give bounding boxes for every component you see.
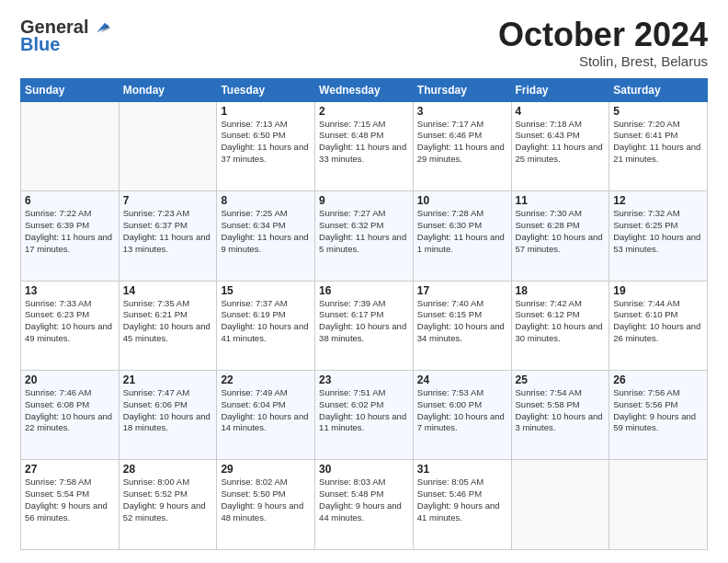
day-number: 27 xyxy=(25,463,115,476)
day-number: 8 xyxy=(221,194,311,207)
day-number: 24 xyxy=(417,373,507,386)
calendar-cell xyxy=(21,101,119,190)
day-info: Sunrise: 7:42 AMSunset: 6:12 PMDaylight:… xyxy=(516,298,606,345)
calendar-cell: 7Sunrise: 7:23 AMSunset: 6:37 PMDaylight… xyxy=(119,191,217,281)
day-number: 3 xyxy=(417,105,507,118)
calendar-cell xyxy=(609,460,708,550)
calendar-cell: 23Sunrise: 7:51 AMSunset: 6:02 PMDayligh… xyxy=(315,371,414,460)
col-thursday: Thursday xyxy=(413,78,511,101)
day-info: Sunrise: 8:05 AMSunset: 5:46 PMDaylight:… xyxy=(417,477,507,523)
day-info: Sunrise: 7:47 AMSunset: 6:06 PMDaylight:… xyxy=(123,387,213,434)
calendar-cell: 26Sunrise: 7:56 AMSunset: 5:56 PMDayligh… xyxy=(609,371,708,460)
day-info: Sunrise: 7:33 AMSunset: 6:23 PMDaylight:… xyxy=(25,298,115,345)
calendar-cell: 18Sunrise: 7:42 AMSunset: 6:12 PMDayligh… xyxy=(511,281,609,370)
day-number: 5 xyxy=(613,105,703,118)
day-number: 7 xyxy=(123,194,213,207)
day-number: 12 xyxy=(613,194,703,207)
day-number: 4 xyxy=(516,105,606,118)
month-title: October 2024 xyxy=(498,17,708,53)
day-number: 23 xyxy=(319,373,409,386)
calendar-cell: 27Sunrise: 7:58 AMSunset: 5:54 PMDayligh… xyxy=(21,460,119,550)
day-info: Sunrise: 7:37 AMSunset: 6:19 PMDaylight:… xyxy=(221,298,311,345)
calendar-cell: 12Sunrise: 7:32 AMSunset: 6:25 PMDayligh… xyxy=(609,191,708,281)
day-number: 17 xyxy=(417,284,507,297)
day-info: Sunrise: 7:25 AMSunset: 6:34 PMDaylight:… xyxy=(221,208,311,255)
calendar-cell: 24Sunrise: 7:53 AMSunset: 6:00 PMDayligh… xyxy=(413,371,511,460)
day-info: Sunrise: 7:32 AMSunset: 6:25 PMDaylight:… xyxy=(613,208,703,255)
calendar-cell: 3Sunrise: 7:17 AMSunset: 6:46 PMDaylight… xyxy=(413,101,511,190)
calendar-cell: 13Sunrise: 7:33 AMSunset: 6:23 PMDayligh… xyxy=(21,281,119,370)
day-info: Sunrise: 7:54 AMSunset: 5:58 PMDaylight:… xyxy=(516,387,606,434)
day-info: Sunrise: 7:13 AMSunset: 6:50 PMDaylight:… xyxy=(221,119,311,166)
day-number: 28 xyxy=(123,463,213,476)
day-number: 13 xyxy=(25,284,115,297)
day-number: 14 xyxy=(123,284,213,297)
logo-bird-icon xyxy=(90,17,110,38)
calendar-cell: 1Sunrise: 7:13 AMSunset: 6:50 PMDaylight… xyxy=(217,101,315,190)
day-info: Sunrise: 7:20 AMSunset: 6:41 PMDaylight:… xyxy=(613,119,703,166)
calendar-cell: 5Sunrise: 7:20 AMSunset: 6:41 PMDaylight… xyxy=(609,101,708,190)
col-monday: Monday xyxy=(119,78,217,101)
calendar-cell: 22Sunrise: 7:49 AMSunset: 6:04 PMDayligh… xyxy=(217,371,315,460)
calendar-cell: 31Sunrise: 8:05 AMSunset: 5:46 PMDayligh… xyxy=(413,460,511,550)
calendar-table: Sunday Monday Tuesday Wednesday Thursday… xyxy=(20,78,708,550)
day-info: Sunrise: 7:53 AMSunset: 6:00 PMDaylight:… xyxy=(417,387,507,434)
day-number: 19 xyxy=(613,284,703,297)
calendar-week-row: 20Sunrise: 7:46 AMSunset: 6:08 PMDayligh… xyxy=(21,371,708,460)
calendar-cell: 28Sunrise: 8:00 AMSunset: 5:52 PMDayligh… xyxy=(119,460,217,550)
calendar-cell: 29Sunrise: 8:02 AMSunset: 5:50 PMDayligh… xyxy=(217,460,315,550)
day-number: 16 xyxy=(319,284,409,297)
day-number: 31 xyxy=(417,463,507,476)
calendar-week-row: 1Sunrise: 7:13 AMSunset: 6:50 PMDaylight… xyxy=(21,101,708,190)
day-number: 18 xyxy=(516,284,606,297)
day-number: 25 xyxy=(516,373,606,386)
col-wednesday: Wednesday xyxy=(315,78,414,101)
col-tuesday: Tuesday xyxy=(217,78,315,101)
day-info: Sunrise: 7:58 AMSunset: 5:54 PMDaylight:… xyxy=(25,477,115,523)
day-number: 1 xyxy=(221,105,311,118)
day-info: Sunrise: 7:15 AMSunset: 6:48 PMDaylight:… xyxy=(319,119,409,166)
calendar-cell: 15Sunrise: 7:37 AMSunset: 6:19 PMDayligh… xyxy=(217,281,315,370)
day-info: Sunrise: 7:51 AMSunset: 6:02 PMDaylight:… xyxy=(319,387,409,434)
header: General Blue October 2024 Stolin, Brest,… xyxy=(20,17,708,69)
calendar-cell: 25Sunrise: 7:54 AMSunset: 5:58 PMDayligh… xyxy=(511,371,609,460)
day-info: Sunrise: 7:39 AMSunset: 6:17 PMDaylight:… xyxy=(319,298,409,345)
day-info: Sunrise: 7:27 AMSunset: 6:32 PMDaylight:… xyxy=(319,208,409,255)
calendar-week-row: 6Sunrise: 7:22 AMSunset: 6:39 PMDaylight… xyxy=(21,191,708,281)
logo-blue: Blue xyxy=(20,34,60,55)
day-info: Sunrise: 7:49 AMSunset: 6:04 PMDaylight:… xyxy=(221,387,311,434)
title-block: October 2024 Stolin, Brest, Belarus xyxy=(498,17,708,69)
day-number: 30 xyxy=(319,463,409,476)
day-number: 29 xyxy=(221,463,311,476)
day-info: Sunrise: 7:22 AMSunset: 6:39 PMDaylight:… xyxy=(25,208,115,255)
calendar-cell: 16Sunrise: 7:39 AMSunset: 6:17 PMDayligh… xyxy=(315,281,414,370)
day-info: Sunrise: 7:46 AMSunset: 6:08 PMDaylight:… xyxy=(25,387,115,434)
day-info: Sunrise: 7:56 AMSunset: 5:56 PMDaylight:… xyxy=(613,387,703,434)
day-info: Sunrise: 7:30 AMSunset: 6:28 PMDaylight:… xyxy=(516,208,606,255)
calendar-cell: 19Sunrise: 7:44 AMSunset: 6:10 PMDayligh… xyxy=(609,281,708,370)
day-number: 21 xyxy=(123,373,213,386)
day-info: Sunrise: 8:02 AMSunset: 5:50 PMDaylight:… xyxy=(221,477,311,523)
day-number: 2 xyxy=(319,105,409,118)
day-number: 11 xyxy=(516,194,606,207)
calendar-header-row: Sunday Monday Tuesday Wednesday Thursday… xyxy=(21,78,708,101)
day-number: 26 xyxy=(613,373,703,386)
location-subtitle: Stolin, Brest, Belarus xyxy=(498,53,708,69)
day-info: Sunrise: 8:03 AMSunset: 5:48 PMDaylight:… xyxy=(319,477,409,523)
day-number: 6 xyxy=(25,194,115,207)
day-info: Sunrise: 7:28 AMSunset: 6:30 PMDaylight:… xyxy=(417,208,507,255)
calendar-cell: 30Sunrise: 8:03 AMSunset: 5:48 PMDayligh… xyxy=(315,460,414,550)
col-friday: Friday xyxy=(511,78,609,101)
logo: General Blue xyxy=(20,17,110,55)
day-number: 15 xyxy=(221,284,311,297)
page: General Blue October 2024 Stolin, Brest,… xyxy=(0,0,728,563)
calendar-cell: 14Sunrise: 7:35 AMSunset: 6:21 PMDayligh… xyxy=(119,281,217,370)
day-number: 9 xyxy=(319,194,409,207)
col-sunday: Sunday xyxy=(21,78,119,101)
calendar-cell: 17Sunrise: 7:40 AMSunset: 6:15 PMDayligh… xyxy=(413,281,511,370)
day-number: 22 xyxy=(221,373,311,386)
day-info: Sunrise: 7:40 AMSunset: 6:15 PMDaylight:… xyxy=(417,298,507,345)
calendar-cell: 8Sunrise: 7:25 AMSunset: 6:34 PMDaylight… xyxy=(217,191,315,281)
calendar-cell xyxy=(511,460,609,550)
day-info: Sunrise: 7:17 AMSunset: 6:46 PMDaylight:… xyxy=(417,119,507,166)
